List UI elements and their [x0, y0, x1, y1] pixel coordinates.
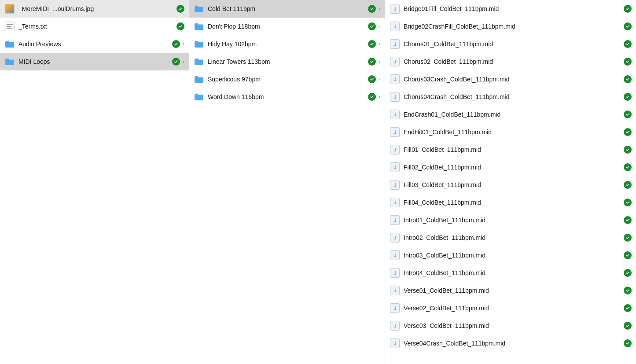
check-icon [624, 22, 632, 30]
item-actions [624, 146, 632, 154]
list-item-chorus02[interactable]: ♩ Chorus02_ColdBet_111bpm.mid [385, 53, 636, 70]
item-name: Verse04Crash_ColdBet_111bpm.mid [404, 340, 624, 347]
list-item-verse01[interactable]: ♩ Verse01_ColdBet_111bpm.mid [385, 282, 636, 299]
check-icon [624, 93, 632, 101]
chevron-right-icon: › [379, 59, 380, 65]
chevron-right-icon: › [379, 6, 380, 12]
chevron-right-icon: › [183, 59, 184, 65]
list-item-intro03[interactable]: ♩ Intro03_ColdBet_111bpm.mid [385, 246, 636, 264]
list-item-chorus03crash[interactable]: ♩ Chorus03Crash_ColdBet_111bpm.mid [385, 70, 636, 88]
item-actions [624, 40, 632, 48]
check-icon [624, 322, 632, 330]
list-item-superlicous[interactable]: Superlicous 97bpm › [189, 70, 385, 88]
item-name: Superlicous 97bpm [208, 76, 368, 83]
folder-icon [194, 74, 204, 85]
midi-icon-wrap: ♩ [390, 215, 400, 225]
item-name: Verse02_ColdBet_111bpm.mid [404, 305, 624, 312]
column-1: _MoreMIDI_...oulDrums.jpg _Terms.txt [0, 0, 189, 364]
list-item-bridge01fill[interactable]: ♩ Bridge01Fill_ColdBet_111bpm.mid [385, 0, 636, 18]
item-actions [624, 322, 632, 330]
list-item-midi-loops[interactable]: MIDI Loops › [0, 53, 189, 70]
item-name: Hidy Hay 102bpm [208, 40, 368, 48]
check-icon [624, 146, 632, 154]
item-actions: › [368, 75, 380, 83]
item-name: Fill02_ColdBet_111bpm.mid [404, 164, 624, 171]
item-actions: › [368, 22, 380, 30]
item-name: Intro03_ColdBet_111bpm.mid [404, 252, 624, 259]
list-item-word-down[interactable]: Word Down 116bpm › [189, 88, 385, 106]
list-item-endcrash01[interactable]: ♩ EndCrash01_ColdBet_111bpm.mid [385, 106, 636, 123]
item-name: EndCrash01_ColdBet_111bpm.mid [404, 111, 624, 118]
list-item-intro01[interactable]: ♩ Intro01_ColdBet_111bpm.mid [385, 211, 636, 229]
list-item-verse04crash[interactable]: ♩ Verse04Crash_ColdBet_111bpm.mid [385, 335, 636, 352]
item-name: Chorus01_ColdBet_111bpm.mid [404, 40, 624, 48]
list-item-hidy-hay[interactable]: Hidy Hay 102bpm › [189, 35, 385, 53]
image-file-icon [5, 4, 15, 14]
list-item-bridge02crashfill[interactable]: ♩ Bridge02CrashFill_ColdBet_111bpm.mid [385, 18, 636, 35]
item-name: Linear Towers 113bpm [208, 58, 368, 65]
item-actions [624, 269, 632, 277]
check-icon [176, 22, 184, 30]
list-item-linear-towers[interactable]: Linear Towers 113bpm › [189, 53, 385, 70]
item-name: Bridge01Fill_ColdBet_111bpm.mid [404, 5, 624, 12]
list-item-more-midi-jpg[interactable]: _MoreMIDI_...oulDrums.jpg [0, 0, 189, 18]
item-name: Cold Bet 111bpm [208, 5, 368, 12]
item-name: Audio Previews [18, 40, 172, 48]
item-actions [624, 234, 632, 242]
midi-icon-wrap: ♩ [390, 127, 400, 137]
text-file-icon [5, 22, 15, 31]
midi-file-icon: ♩ [390, 268, 400, 278]
folder-icon [4, 39, 15, 49]
check-icon [624, 75, 632, 83]
list-item-intro02[interactable]: ♩ Intro02_ColdBet_111bpm.mid [385, 229, 636, 246]
check-icon [624, 216, 632, 224]
midi-icon-wrap: ♩ [390, 92, 400, 102]
check-icon [624, 163, 632, 171]
item-actions [624, 93, 632, 101]
list-item-fill03[interactable]: ♩ Fill03_ColdBet_111bpm.mid [385, 176, 636, 194]
midi-icon-wrap: ♩ [390, 320, 400, 331]
check-icon [368, 75, 376, 83]
list-item-intro04[interactable]: ♩ Intro04_ColdBet_111bpm.mid [385, 264, 636, 282]
check-icon [368, 93, 376, 101]
check-icon [624, 269, 632, 277]
chevron-right-icon: › [379, 94, 380, 100]
chevron-right-icon: › [379, 41, 380, 47]
midi-icon-wrap: ♩ [390, 39, 400, 49]
item-actions: › [368, 40, 380, 48]
list-item-fill04[interactable]: ♩ Fill04_ColdBet_111bpm.mid [385, 194, 636, 211]
midi-icon-wrap: ♩ [390, 250, 400, 261]
list-item-terms-txt[interactable]: _Terms.txt [0, 18, 189, 35]
list-item-chorus01[interactable]: ♩ Chorus01_ColdBet_111bpm.mid [385, 35, 636, 53]
list-item-cold-bet[interactable]: Cold Bet 111bpm › [189, 0, 385, 18]
list-item-fill02[interactable]: ♩ Fill02_ColdBet_111bpm.mid [385, 158, 636, 176]
list-item-endhit01[interactable]: ♩ EndHit01_ColdBet_111bpm.mid [385, 123, 636, 141]
list-item-audio-previews[interactable]: Audio Previews › [0, 35, 189, 53]
item-actions: › [368, 93, 380, 101]
midi-icon-wrap: ♩ [390, 338, 400, 349]
item-actions [624, 5, 632, 13]
check-icon [624, 287, 632, 294]
midi-file-icon: ♩ [390, 92, 400, 102]
list-item-fill01[interactable]: ♩ Fill01_ColdBet_111bpm.mid [385, 141, 636, 158]
item-actions [624, 304, 632, 312]
item-actions [624, 181, 632, 189]
list-item-chorus04crash[interactable]: ♩ Chorus04Crash_ColdBet_111bpm.mid [385, 88, 636, 106]
midi-file-icon: ♩ [390, 338, 400, 348]
item-actions [624, 58, 632, 66]
list-item-dont-plop[interactable]: Don't Plop 118bpm › [189, 18, 385, 35]
item-name: Intro01_ColdBet_111bpm.mid [404, 217, 624, 224]
midi-file-icon: ♩ [390, 39, 400, 49]
item-name: Intro02_ColdBet_111bpm.mid [404, 234, 624, 241]
item-actions [624, 128, 632, 136]
item-name: _Terms.txt [18, 23, 176, 30]
check-icon [624, 58, 632, 66]
item-name: Fill04_ColdBet_111bpm.mid [404, 199, 624, 206]
chevron-right-icon: › [183, 41, 184, 47]
list-item-verse03[interactable]: ♩ Verse03_ColdBet_111bpm.mid [385, 317, 636, 335]
item-name: Verse03_ColdBet_111bpm.mid [404, 322, 624, 329]
midi-file-icon: ♩ [390, 286, 400, 295]
list-item-verse02[interactable]: ♩ Verse02_ColdBet_111bpm.mid [385, 299, 636, 317]
check-icon [624, 234, 632, 242]
item-name: Chorus02_ColdBet_111bpm.mid [404, 58, 624, 65]
